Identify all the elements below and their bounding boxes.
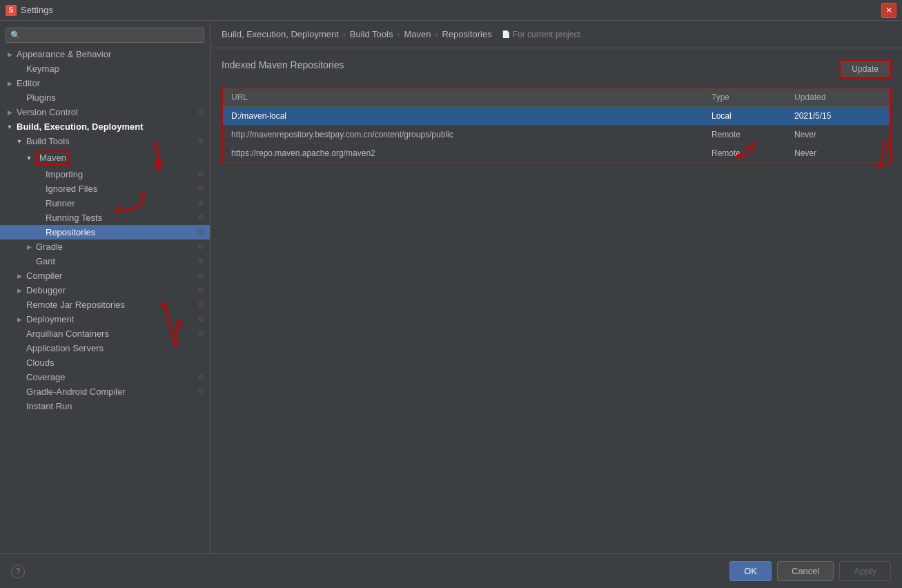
settings-icon: ⚙	[197, 137, 204, 146]
sidebar-item-importing[interactable]: Importing⚙	[0, 167, 210, 182]
search-input[interactable]	[6, 28, 204, 43]
sidebar-item-maven[interactable]: ▼Maven	[0, 148, 210, 167]
breadcrumb-sep-2: ›	[397, 30, 400, 39]
cell-type: Remote	[703, 144, 786, 163]
col-url: URL	[223, 88, 703, 107]
breadcrumb-part-3: Maven	[404, 29, 431, 39]
settings-icon: ⚙	[197, 286, 204, 295]
sidebar-item-repositories[interactable]: Repositories⚙	[0, 225, 210, 239]
sidebar-item-build-execution[interactable]: ▼Build, Execution, Deployment	[0, 119, 210, 134]
sidebar-item-plugins[interactable]: Plugins	[0, 90, 210, 105]
sidebar-item-keymap[interactable]: Keymap	[0, 61, 210, 76]
sidebar-item-instant-run[interactable]: Instant Run	[0, 399, 210, 413]
arrow-icon: ▶	[6, 109, 14, 116]
apply-button[interactable]: Apply	[839, 561, 891, 581]
settings-icon: ⚙	[197, 373, 204, 382]
sidebar-item-gant[interactable]: Gant⚙	[0, 254, 210, 268]
section-title: Indexed Maven Repositories	[222, 59, 344, 70]
breadcrumb-part-4: Repositories	[442, 29, 491, 39]
sidebar-item-build-tools[interactable]: ▼Build Tools⚙	[0, 134, 210, 148]
sidebar-item-clouds[interactable]: Clouds	[0, 355, 210, 370]
cell-type: Local	[703, 107, 786, 126]
table-row[interactable]: http://mavenrepository.bestpay.com.cn/co…	[223, 126, 890, 144]
sidebar-item-label: Remote Jar Repositories	[26, 300, 125, 310]
settings-icon: ⚙	[197, 315, 204, 324]
bottom-bar: ? OK Cancel Apply	[0, 553, 902, 588]
update-button[interactable]: Update	[839, 59, 891, 79]
arrow-icon: ▼	[15, 138, 23, 145]
sidebar-item-deployment[interactable]: ▶Deployment⚙	[0, 312, 210, 326]
settings-icon: ⚙	[197, 300, 204, 309]
sidebar-item-label: Gradle-Android Compiler	[26, 386, 126, 397]
table-row[interactable]: D:/maven-localLocal2021/5/15	[223, 107, 890, 126]
sidebar-item-runner[interactable]: Runner⚙	[0, 196, 210, 210]
breadcrumb-project: 📄 For current project	[502, 30, 580, 39]
sidebar-item-label: Importing	[46, 169, 83, 179]
breadcrumb: Build, Execution, Deployment › Build Too…	[210, 21, 902, 48]
arrow-icon: ▶	[15, 273, 23, 280]
sidebar-item-label: Maven	[36, 150, 70, 165]
sidebar-item-version-control[interactable]: ▶Version Control⚙	[0, 105, 210, 119]
sidebar-item-editor[interactable]: ▶Editor	[0, 76, 210, 90]
sidebar-item-label: Gant	[36, 256, 55, 266]
cell-url: https://repo.maven.apache.org/maven2	[223, 144, 703, 163]
table-row[interactable]: https://repo.maven.apache.org/maven2Remo…	[223, 144, 890, 163]
sidebar-item-arquillian[interactable]: Arquillian Containers⚙	[0, 326, 210, 341]
sidebar-item-gradle-android[interactable]: Gradle-Android Compiler⚙	[0, 384, 210, 399]
settings-icon: ⚙	[197, 199, 204, 208]
settings-icon: ⚙	[197, 271, 204, 280]
cancel-button[interactable]: Cancel	[777, 561, 834, 581]
sidebar-item-label: Gradle	[36, 242, 63, 252]
sidebar-items-container: ▶Appearance & BehaviorKeymap▶EditorPlugi…	[0, 47, 210, 413]
col-updated: Updated	[786, 88, 890, 107]
sidebar-item-label: Editor	[17, 78, 40, 88]
search-box	[0, 23, 210, 47]
breadcrumb-sep-3: ›	[435, 30, 438, 39]
repos-table-wrapper: URL Type Updated D:/maven-localLocal2021…	[222, 87, 891, 164]
sidebar-item-label: Version Control	[17, 107, 78, 117]
sidebar-item-label: Instant Run	[26, 401, 72, 411]
sidebar-item-label: Deployment	[26, 314, 74, 324]
cell-url: http://mavenrepository.bestpay.com.cn/co…	[223, 126, 703, 144]
sidebar-item-appearance[interactable]: ▶Appearance & Behavior	[0, 47, 210, 61]
sidebar-item-label: Repositories	[46, 227, 95, 237]
ok-button[interactable]: OK	[729, 561, 772, 581]
cell-type: Remote	[703, 126, 786, 144]
settings-icon: ⚙	[197, 184, 204, 193]
settings-icon: ⚙	[197, 242, 204, 251]
sidebar-item-app-servers[interactable]: Application Servers	[0, 341, 210, 355]
title-bar: S Settings ✕	[0, 0, 902, 21]
sidebar-item-debugger[interactable]: ▶Debugger⚙	[0, 283, 210, 297]
sidebar-item-label: Runner	[46, 198, 75, 208]
sidebar-item-remote-jar[interactable]: Remote Jar Repositories⚙	[0, 297, 210, 312]
sidebar-item-ignored-files[interactable]: Ignored Files⚙	[0, 182, 210, 196]
sidebar-item-label: Running Tests	[46, 213, 102, 223]
cell-updated: Never	[786, 126, 890, 144]
breadcrumb-part-2: Build Tools	[350, 29, 393, 39]
sidebar-item-label: Keymap	[26, 63, 59, 74]
sidebar-item-gradle[interactable]: ▶Gradle⚙	[0, 239, 210, 254]
sidebar-item-coverage[interactable]: Coverage⚙	[0, 370, 210, 384]
sidebar-item-label: Compiler	[26, 271, 62, 281]
settings-icon: ⚙	[197, 387, 204, 396]
sidebar-item-label: Arquillian Containers	[26, 329, 109, 339]
content-area: Build, Execution, Deployment › Build Too…	[210, 21, 902, 553]
breadcrumb-sep-1: ›	[343, 30, 346, 39]
arrow-icon: ▼	[6, 124, 14, 130]
arrow-icon: ▶	[15, 316, 23, 323]
sidebar: ▶Appearance & BehaviorKeymap▶EditorPlugi…	[0, 21, 210, 553]
sidebar-item-label: Build Tools	[26, 136, 70, 146]
arrow-icon: ▶	[15, 287, 23, 294]
table-header-row: URL Type Updated	[223, 88, 890, 107]
sidebar-item-label: Application Servers	[26, 343, 104, 353]
sidebar-item-compiler[interactable]: ▶Compiler⚙	[0, 268, 210, 283]
settings-icon: ⚙	[197, 108, 204, 117]
sidebar-item-label: Coverage	[26, 372, 65, 382]
close-button[interactable]: ✕	[881, 3, 896, 18]
settings-icon: ⚙	[197, 257, 204, 266]
sidebar-item-running-tests[interactable]: Running Tests⚙	[0, 210, 210, 225]
content-body: Indexed Maven Repositories Update URL Ty…	[210, 48, 902, 553]
help-button[interactable]: ?	[11, 565, 25, 578]
settings-icon: ⚙	[197, 329, 204, 338]
sidebar-item-label: Debugger	[26, 285, 66, 295]
